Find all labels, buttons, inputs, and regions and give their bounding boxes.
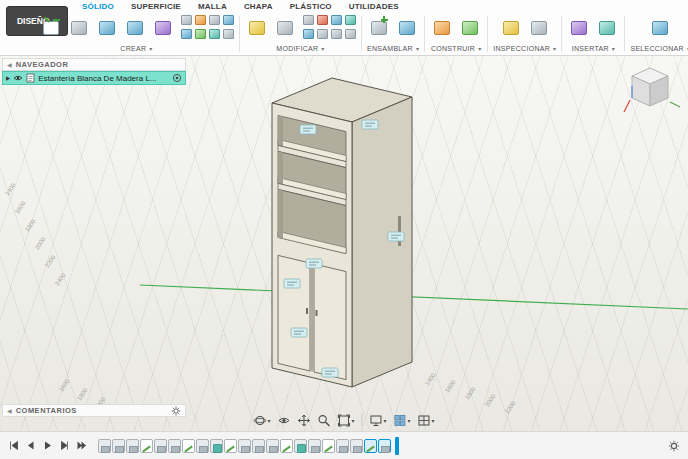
- box-primitive-icon[interactable]: [181, 15, 192, 25]
- joint-button[interactable]: [395, 15, 419, 41]
- tab-malla[interactable]: MALLA: [198, 2, 227, 11]
- insert-canvas-button[interactable]: [567, 15, 591, 41]
- look-at-button[interactable]: [277, 414, 290, 427]
- fit-view-button[interactable]: ▾: [337, 414, 354, 427]
- revolve-button[interactable]: [95, 15, 119, 41]
- timeline-sketch-icon[interactable]: [322, 439, 335, 453]
- dimension-badge[interactable]: [362, 120, 378, 129]
- dimension-badge[interactable]: [291, 328, 307, 337]
- viewport-canvas[interactable]: 1400 1600 1800 2000 2200 2400 1600 1800 …: [0, 56, 688, 431]
- orbit-button[interactable]: ▾: [253, 414, 270, 427]
- display-settings-button[interactable]: ▾: [369, 414, 386, 427]
- tab-solido[interactable]: SÓLIDO: [82, 2, 114, 11]
- scale-icon[interactable]: [317, 29, 328, 39]
- zoom-button[interactable]: [317, 414, 330, 427]
- timeline-feature-icon[interactable]: [154, 439, 167, 453]
- pan-button[interactable]: [297, 414, 310, 427]
- extrude-button[interactable]: [67, 15, 91, 41]
- mirror-icon[interactable]: [195, 29, 206, 39]
- timeline-sketch-icon[interactable]: [224, 439, 237, 453]
- new-component-button[interactable]: [367, 15, 391, 41]
- thicken-icon[interactable]: [223, 15, 234, 25]
- axis-button[interactable]: [458, 15, 482, 41]
- dimension-badge[interactable]: [322, 368, 338, 377]
- timeline-feature-icon[interactable]: [308, 439, 321, 453]
- view-cube[interactable]: [620, 60, 682, 118]
- coil-icon[interactable]: [209, 15, 220, 25]
- press-pull-button[interactable]: [245, 15, 269, 41]
- navigator-document-row[interactable]: ▶ Estantería Blanca De Madera L...: [2, 71, 186, 85]
- timeline-feature-icon[interactable]: [252, 439, 265, 453]
- construir-dropdown[interactable]: CONSTRUIR ▾: [431, 42, 482, 54]
- viewport-3d[interactable]: 1400 1600 1800 2000 2200 2400 1600 1800 …: [0, 56, 688, 431]
- skip-to-end-button[interactable]: [74, 439, 88, 453]
- cabinet-door-right[interactable]: [314, 264, 346, 380]
- cabinet-door-left[interactable]: [278, 255, 310, 371]
- ensamblar-dropdown[interactable]: ENSAMBLAR ▾: [367, 42, 419, 54]
- draft-icon[interactable]: [303, 29, 314, 39]
- step-back-button[interactable]: [23, 439, 37, 453]
- gear-icon[interactable]: [171, 406, 181, 416]
- dimension-badge[interactable]: [388, 232, 404, 241]
- expander-icon[interactable]: ▶: [6, 75, 10, 81]
- tab-chapa[interactable]: CHAPA: [244, 2, 273, 11]
- boundary-fill-icon[interactable]: [223, 29, 234, 39]
- timeline-feature-icon-selected[interactable]: [378, 439, 391, 453]
- timeline-playhead[interactable]: [395, 437, 399, 455]
- shell-icon[interactable]: [303, 15, 314, 25]
- grid-snaps-button[interactable]: ▾: [394, 414, 411, 427]
- tab-plastico[interactable]: PLÁSTICO: [290, 2, 332, 11]
- combine-icon[interactable]: [331, 15, 342, 25]
- timeline-feature-icon[interactable]: [168, 439, 181, 453]
- tab-utilidades[interactable]: UTILIDADES: [349, 2, 399, 11]
- collapse-left-icon[interactable]: ◀: [7, 407, 12, 414]
- inspeccionar-dropdown[interactable]: INSPECCIONAR ▾: [493, 42, 556, 54]
- insertar-dropdown[interactable]: INSERTAR ▾: [572, 42, 615, 54]
- timeline-feature-icon[interactable]: [266, 439, 279, 453]
- cylinder-primitive-icon[interactable]: [181, 29, 192, 39]
- timeline-feature-icon[interactable]: [350, 439, 363, 453]
- activate-component-radio[interactable]: [172, 73, 182, 83]
- cabinet-side-face[interactable]: [352, 97, 412, 387]
- timeline-joint-icon[interactable]: [294, 439, 307, 453]
- timeline-feature-icon[interactable]: [98, 439, 111, 453]
- viewports-button[interactable]: ▾: [418, 414, 435, 427]
- timeline-sketch-icon-selected[interactable]: [364, 439, 377, 453]
- fillet-button[interactable]: [273, 15, 297, 41]
- sweep-button[interactable]: [123, 15, 147, 41]
- section-analysis-button[interactable]: [527, 15, 551, 41]
- modificar-dropdown[interactable]: MODIFICAR ▾: [276, 42, 324, 54]
- timeline-sketch-icon[interactable]: [182, 439, 195, 453]
- timeline-settings-gear-icon[interactable]: [668, 440, 680, 452]
- crear-dropdown[interactable]: CREAR ▾: [120, 42, 152, 54]
- eye-icon[interactable]: [13, 74, 23, 82]
- pipe-icon[interactable]: [209, 29, 220, 39]
- timeline-sketch-icon[interactable]: [140, 439, 153, 453]
- timeline-joint-icon[interactable]: [210, 439, 223, 453]
- step-forward-button[interactable]: [57, 439, 71, 453]
- play-button[interactable]: [40, 439, 54, 453]
- create-sketch-button[interactable]: [39, 15, 63, 41]
- timeline-feature-icon[interactable]: [196, 439, 209, 453]
- material-icon[interactable]: [345, 29, 356, 39]
- select-button[interactable]: [648, 15, 672, 41]
- navigator-panel-header[interactable]: ◀ NAVEGADOR: [2, 58, 186, 71]
- form-button[interactable]: [151, 15, 175, 41]
- collapse-left-icon[interactable]: ◀: [7, 61, 12, 68]
- offset-plane-button[interactable]: [430, 15, 454, 41]
- pattern-icon[interactable]: [195, 15, 206, 25]
- delete-icon[interactable]: [317, 15, 328, 25]
- timeline-feature-icon[interactable]: [112, 439, 125, 453]
- skip-to-start-button[interactable]: [6, 439, 20, 453]
- measure-button[interactable]: [499, 15, 523, 41]
- dimension-badge[interactable]: [300, 125, 316, 134]
- timeline-sketch-icon[interactable]: [280, 439, 293, 453]
- timeline-feature-icon[interactable]: [336, 439, 349, 453]
- comments-panel-header[interactable]: ◀ COMENTARIOS: [2, 404, 186, 417]
- split-body-icon[interactable]: [345, 15, 356, 25]
- seleccionar-dropdown[interactable]: SELECCIONAR ▾: [630, 42, 688, 54]
- offset-face-icon[interactable]: [331, 29, 342, 39]
- timeline-feature-icon[interactable]: [238, 439, 251, 453]
- dimension-badge[interactable]: [284, 279, 300, 288]
- insert-mesh-button[interactable]: [595, 15, 619, 41]
